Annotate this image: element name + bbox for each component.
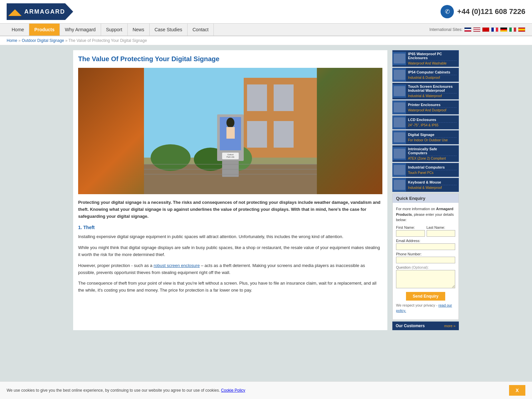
first-name-input[interactable]: [396, 230, 425, 237]
article-para3: However, proper protection - such as a r…: [78, 262, 382, 276]
nav-contact[interactable]: Contact: [188, 24, 214, 36]
sidebar-thumb-img-intrinsically-safe: [394, 149, 405, 159]
enquiry-intro: For more information on Armagard Product…: [396, 206, 455, 223]
sidebar-title-keyboard-mouse: Keyboard & Mouse: [408, 180, 457, 184]
email-group: Email Address:: [396, 239, 455, 250]
sidebar-item-industrial-computers[interactable]: Industrial Computers Touch Panel PCs: [392, 163, 459, 177]
nav-home[interactable]: Home: [7, 24, 29, 36]
sidebar-title-lcd: LCD Enclosures: [408, 118, 457, 122]
sidebar-text-intrinsically-safe: Intrinsically Safe Computers ATEX (Zone …: [406, 146, 459, 162]
logo-chevron-icon: [8, 9, 22, 16]
article-intro: Protecting your digital signage is a nec…: [78, 199, 382, 220]
sidebar-sub-digital-signage: For Indoor Or Outdoor Use: [408, 137, 457, 142]
our-customers-more-link[interactable]: more »: [444, 324, 456, 328]
sidebar-thumb-img-digital-signage: [394, 132, 405, 142]
breadcrumb-parent[interactable]: Outdoor Digital Signage: [22, 38, 64, 43]
phone-icon: ✆: [441, 5, 454, 18]
robust-screen-enclosure-link[interactable]: robust screen enclosure: [154, 263, 200, 268]
navigation: Home Products Why Armagard Support News …: [0, 24, 532, 36]
main-image-container: Oxford Park Life: [78, 68, 382, 194]
flag-it-icon[interactable]: [509, 27, 516, 32]
sidebar-thumb-touchscreen: [393, 84, 406, 98]
email-label: Email Address:: [396, 239, 455, 243]
svg-text:Park Life: Park Life: [226, 156, 234, 158]
email-input[interactable]: [396, 243, 455, 250]
our-customers-bar: Our Customers more »: [392, 322, 459, 330]
article-para1: Installing expensive digital signage equ…: [78, 233, 382, 240]
quick-enquiry-form: Quick Enquiry For more information on Ar…: [392, 194, 459, 320]
sidebar-text-ip65: IP65 Waterproof PC Enclosures Waterproof…: [406, 51, 459, 66]
quick-enquiry-header: Quick Enquiry: [393, 194, 459, 203]
sidebar-thumb-ip54: [393, 68, 406, 81]
sidebar-title-ip54: IP54 Computer Cabinets: [408, 70, 457, 74]
svg-rect-5: [274, 121, 294, 148]
send-enquiry-button[interactable]: Send Enquiry: [406, 292, 445, 301]
phone-label: Phone Number:: [396, 252, 455, 256]
flag-uk-icon[interactable]: [464, 27, 471, 32]
article-para2: While you might think that digital signa…: [78, 244, 382, 258]
question-textarea[interactable]: [396, 270, 455, 288]
sidebar-item-keyboard-mouse[interactable]: Keyboard & Mouse Industrial & Waterproof: [392, 178, 459, 192]
quick-enquiry-body: For more information on Armagard Product…: [393, 203, 459, 320]
sidebar-sub-ip65: Waterproof And Washable: [408, 61, 457, 65]
phone-input[interactable]: [396, 257, 455, 263]
sidebar-item-ip65[interactable]: IP65 Waterproof PC Enclosures Waterproof…: [392, 50, 459, 67]
name-row: First Name: Last Name:: [396, 225, 455, 237]
sidebar-thumb-img-printer: [394, 102, 405, 112]
nav-why-armagard[interactable]: Why Armagard: [60, 24, 101, 36]
sidebar-sub-intrinsically-safe: ATEX (Zone 2) Compliant: [408, 156, 457, 160]
sidebar-thumb-img-lcd: [394, 117, 405, 127]
article-para4: The consequence of theft from your point…: [78, 280, 382, 294]
sidebar-sub-industrial-computers: Touch Panel PCs: [408, 170, 457, 175]
logo-text: ARMAGARD: [24, 8, 65, 15]
sidebar-item-touchscreen[interactable]: Touch Screen Enclosures Industrial Water…: [392, 83, 459, 99]
nav-links: Home Products Why Armagard Support News …: [7, 24, 214, 36]
sidebar-item-intrinsically-safe[interactable]: Intrinsically Safe Computers ATEX (Zone …: [392, 145, 459, 162]
sidebar-thumb-printer: [393, 101, 406, 114]
sidebar-text-industrial-computers: Industrial Computers Touch Panel PCs: [406, 164, 459, 176]
intl-sites-label: International Sites:: [430, 27, 463, 32]
sidebar-thumb-keyboard-mouse: [393, 178, 406, 192]
sidebar-title-industrial-computers: Industrial Computers: [408, 165, 457, 169]
logo-area: ARMAGARD: [7, 3, 73, 20]
privacy-text-label: We respect your privacy -: [396, 303, 439, 307]
page-title: The Value Of Protecting Your Digital Sig…: [78, 55, 382, 63]
sidebar-title-ip65: IP65 Waterproof PC Enclosures: [408, 52, 457, 60]
sidebar-item-printer[interactable]: Printer Enclosures Waterproof And Dustpr…: [392, 100, 459, 114]
sidebar-thumb-digital-signage: [393, 131, 406, 144]
sidebar-thumb-ip65: [393, 52, 406, 65]
nav-support[interactable]: Support: [101, 24, 128, 36]
sidebar-sub-lcd: 24"-75", IP54 & IP65: [408, 122, 457, 127]
sidebar-item-ip54[interactable]: IP54 Computer Cabinets Industrial & Dust…: [392, 68, 459, 82]
sidebar-text-printer: Printer Enclosures Waterproof And Dustpr…: [406, 101, 459, 113]
flag-us-icon[interactable]: [473, 27, 480, 32]
breadcrumb-sep1: »: [18, 38, 22, 43]
flag-fr-icon[interactable]: [491, 27, 498, 32]
sidebar-title-intrinsically-safe: Intrinsically Safe Computers: [408, 147, 457, 155]
flag-es-icon[interactable]: [518, 27, 525, 32]
section1-heading: 1. Theft: [78, 225, 382, 230]
logo[interactable]: ARMAGARD: [7, 3, 73, 20]
question-group: Question (Optional):: [396, 265, 455, 289]
sidebar-thumb-img-industrial-computers: [394, 165, 405, 175]
sidebar-sub-printer: Waterproof And Dustproof: [408, 107, 457, 112]
last-name-input[interactable]: [427, 230, 456, 237]
content-area: The Value Of Protecting Your Digital Sig…: [73, 50, 387, 330]
article-image-svg: Oxford Park Life: [144, 68, 317, 194]
phone-number: +44 (0)121 608 7226: [457, 7, 525, 16]
svg-point-8: [151, 144, 191, 171]
flag-other1-icon[interactable]: [482, 27, 489, 32]
sidebar-thumb-img-touchscreen: [394, 86, 405, 96]
nav-news[interactable]: News: [128, 24, 150, 36]
breadcrumb-home[interactable]: Home: [7, 38, 17, 43]
svg-rect-2: [247, 84, 267, 111]
svg-rect-4: [247, 121, 267, 148]
nav-case-studies[interactable]: Case Studies: [150, 24, 188, 36]
flag-de-icon[interactable]: [500, 27, 507, 32]
svg-point-13: [226, 118, 234, 128]
sidebar-item-lcd[interactable]: LCD Enclosures 24"-75", IP54 & IP65: [392, 115, 459, 129]
sidebar-item-digital-signage[interactable]: Digital Signage For Indoor Or Outdoor Us…: [392, 130, 459, 144]
privacy-text: We respect your privacy - read our polic…: [396, 303, 455, 314]
enquiry-intro-part1: For more information on: [396, 207, 436, 211]
nav-products[interactable]: Products: [29, 24, 60, 36]
